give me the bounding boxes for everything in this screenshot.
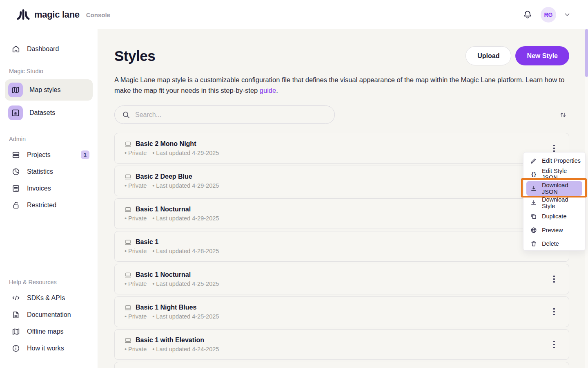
style-name: Basic 1 Nocturnal: [136, 271, 191, 278]
pencil-icon: [530, 157, 537, 164]
section-label-admin: Admin: [5, 136, 93, 142]
sidebar-item-statistics[interactable]: Statistics: [5, 163, 93, 180]
menu-item-label: Duplicate: [542, 213, 566, 220]
section-label-help-resources: Help & Resources: [5, 279, 93, 285]
style-name: Basic 1 Nocturnal: [136, 206, 191, 213]
globe-icon: [530, 227, 537, 233]
scrollbar-thumb[interactable]: [585, 29, 588, 77]
style-updated: • Last updated 4-25-2025: [152, 313, 219, 320]
style-row-basic-1-with-elevation[interactable]: Basic 1 with Elevation • Private • Last …: [114, 329, 569, 360]
main-content: Styles Upload New Style A Magic Lane map…: [98, 29, 588, 368]
style-row-basic-2-mono-night[interactable]: Basic 2 Mono Night • Private • Last upda…: [114, 133, 569, 164]
sidebar-item-label: Invoices: [27, 185, 89, 192]
sidebar-item-label: Statistics: [27, 168, 89, 175]
logo-area[interactable]: magic lane Console: [16, 7, 110, 22]
search-input[interactable]: [135, 111, 327, 119]
section-label-magic-studio: Magic Studio: [5, 68, 93, 74]
menu-item-label: Preview: [542, 227, 563, 233]
description-text: A Magic Lane map style is a customizable…: [114, 76, 564, 94]
menu-item-duplicate[interactable]: Duplicate: [523, 210, 585, 224]
projects-count-badge: 1: [81, 150, 89, 159]
sidebar-item-label: Datasets: [29, 109, 89, 117]
trash-icon: [530, 240, 537, 247]
menu-item-download-json[interactable]: Download JSON: [526, 181, 582, 196]
header-right: RG: [521, 7, 572, 22]
style-name: Basic 1: [136, 238, 158, 246]
style-row-basic-1-nocturnal-2[interactable]: Basic 1 Nocturnal • Private • Last updat…: [114, 264, 569, 294]
sidebar: Dashboard Magic Studio Map styles Datase…: [0, 29, 98, 368]
info-icon: [11, 344, 20, 353]
sort-icon[interactable]: [558, 110, 568, 120]
laptop-icon: [125, 239, 131, 245]
sidebar-item-offline-maps[interactable]: Offline maps: [5, 323, 93, 340]
menu-item-edit-style-json[interactable]: { } Edit Style JSON: [523, 168, 585, 182]
search-box[interactable]: [114, 105, 335, 124]
laptop-icon: [125, 272, 131, 278]
menu-item-edit-properties[interactable]: Edit Properties: [523, 154, 585, 168]
style-updated: • Last updated 4-28-2025: [152, 248, 219, 254]
bar-chart-icon: [8, 105, 23, 120]
map-icon: [11, 327, 20, 336]
page-description: A Magic Lane map style is a customizable…: [114, 75, 569, 96]
style-name: Basic 2 Mono Night: [136, 140, 196, 148]
sidebar-item-map-styles[interactable]: Map styles: [5, 79, 93, 101]
style-visibility: • Private: [125, 313, 147, 320]
sidebar-item-how-it-works[interactable]: How it works: [5, 340, 93, 357]
search-icon: [122, 111, 130, 119]
map-icon: [8, 83, 23, 97]
row-menu-kebab-icon[interactable]: [548, 339, 560, 350]
sidebar-item-restricted[interactable]: Restricted: [5, 197, 93, 213]
menu-item-delete[interactable]: Delete: [523, 237, 585, 251]
menu-item-label: Edit Style JSON: [542, 168, 581, 181]
style-updated: • Last updated 4-29-2025: [152, 182, 219, 189]
new-style-button[interactable]: New Style: [515, 46, 569, 65]
sidebar-item-dashboard[interactable]: Dashboard: [5, 40, 93, 57]
style-visibility: • Private: [125, 280, 147, 287]
context-menu: Edit Properties { } Edit Style JSON Down…: [523, 152, 586, 251]
projects-icon: [11, 150, 20, 159]
style-updated: • Last updated 4-29-2025: [152, 150, 219, 156]
download-icon: [530, 185, 537, 192]
menu-item-label: Edit Properties: [542, 157, 581, 164]
row-menu-kebab-icon[interactable]: [548, 274, 560, 285]
style-visibility: • Private: [125, 248, 147, 254]
style-row-basic-1-nocturnal[interactable]: Basic 1 Nocturnal • Private • Last updat…: [114, 198, 569, 229]
menu-item-label: Delete: [542, 240, 559, 247]
avatar[interactable]: RG: [541, 7, 556, 22]
style-row-partial[interactable]: [114, 362, 569, 368]
sidebar-item-projects[interactable]: Projects 1: [5, 146, 93, 163]
menu-item-download-style[interactable]: Download Style: [523, 196, 585, 210]
sidebar-item-label: Dashboard: [27, 45, 89, 53]
pie-chart-icon: [11, 167, 20, 176]
sidebar-item-documentation[interactable]: Documentation: [5, 306, 93, 323]
laptop-icon: [125, 174, 131, 180]
sidebar-item-label: Restricted: [27, 202, 89, 209]
sidebar-item-invoices[interactable]: Invoices: [5, 180, 93, 197]
home-icon: [11, 45, 20, 54]
menu-item-label: Download JSON: [542, 182, 581, 195]
sidebar-item-label: Projects: [27, 151, 74, 159]
laptop-icon: [125, 206, 131, 213]
upload-button[interactable]: Upload: [466, 46, 511, 65]
sidebar-item-label: Map styles: [29, 86, 89, 94]
style-updated: • Last updated 4-24-2025: [152, 346, 219, 352]
download-icon: [530, 200, 537, 206]
document-icon: [11, 310, 20, 319]
sidebar-item-sdks-apis[interactable]: SDKs & APIs: [5, 289, 93, 306]
style-row-basic-1[interactable]: Basic 1 • Private • Last updated 4-28-20…: [114, 231, 569, 262]
notifications-bell-icon[interactable]: [521, 8, 534, 21]
code-icon: [11, 294, 20, 303]
style-list: Basic 2 Mono Night • Private • Last upda…: [114, 133, 569, 368]
unlock-icon: [11, 201, 20, 210]
sidebar-item-datasets[interactable]: Datasets: [5, 102, 93, 123]
style-updated: • Last updated 4-29-2025: [152, 215, 219, 222]
chevron-down-icon[interactable]: [563, 10, 572, 19]
row-menu-kebab-icon[interactable]: [548, 306, 560, 318]
guide-link[interactable]: guide: [260, 87, 276, 94]
style-row-basic-2-deep-blue[interactable]: Basic 2 Deep Blue • Private • Last updat…: [114, 166, 569, 196]
laptop-icon: [125, 337, 131, 343]
menu-item-preview[interactable]: Preview: [523, 223, 585, 237]
sidebar-item-label: Offline maps: [27, 328, 89, 335]
style-name: Basic 1 with Elevation: [136, 337, 204, 344]
style-row-basic-1-night-blues[interactable]: Basic 1 Night Blues • Private • Last upd…: [114, 296, 569, 327]
